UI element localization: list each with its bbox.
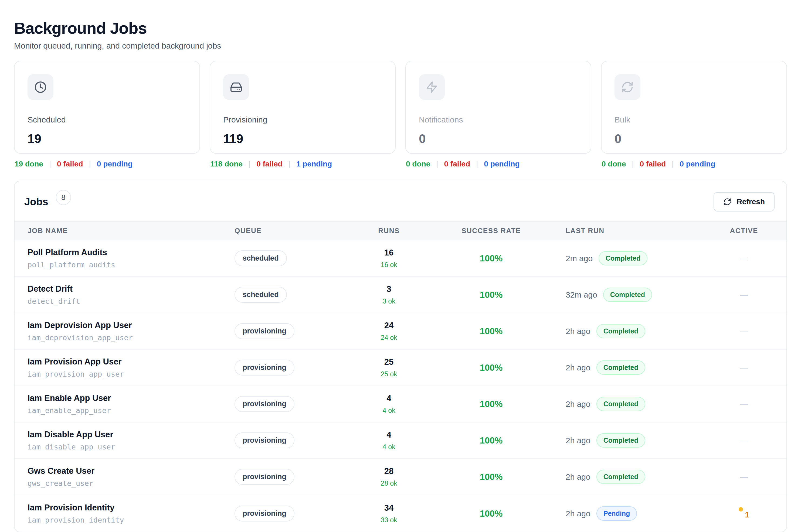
success-rate-value: 100% [480, 363, 503, 373]
queue-cell: provisioning [235, 323, 350, 339]
queue-badge: provisioning [235, 433, 295, 449]
table-row[interactable]: Iam Deprovision App User iam_deprovision… [15, 313, 786, 349]
last-run-time: 2h ago [566, 509, 591, 518]
job-key: iam_provision_app_user [27, 370, 235, 378]
table-row[interactable]: Iam Disable App User iam_disable_app_use… [15, 422, 786, 459]
success-rate-value: 100% [480, 472, 503, 482]
job-key: iam_provision_identity [27, 516, 235, 524]
jobs-table-header: JOB NAME QUEUE RUNS SUCCESS RATE LAST RU… [15, 221, 786, 240]
last-run-cell: 2h ago Completed [555, 397, 702, 411]
stat-done: 0 done [406, 160, 430, 168]
status-badge: Completed [596, 324, 645, 338]
page-title: Background Jobs [14, 19, 787, 38]
stat-done: 19 done [15, 160, 43, 168]
active-empty-dash: — [740, 472, 748, 481]
runs-count: 16 [350, 248, 428, 258]
runs-ok-count: 33 ok [350, 516, 428, 524]
active-cell: — [702, 327, 786, 336]
runs-count: 24 [350, 321, 428, 330]
refresh-icon [723, 198, 731, 206]
summary-cards: Scheduled 19 19 done | 0 failed | 0 pend… [14, 61, 787, 168]
stat-failed: 0 failed [57, 160, 83, 168]
column-header-active: ACTIVE [702, 227, 786, 235]
column-header-job-name: JOB NAME [15, 227, 235, 235]
active-cell: — [702, 400, 786, 409]
active-empty-dash: — [740, 254, 748, 263]
job-key: iam_deprovision_app_user [27, 334, 235, 342]
card-label: Scheduled [27, 115, 186, 125]
last-run-time: 2h ago [566, 436, 591, 445]
refresh-label: Refresh [737, 197, 765, 206]
stat-done: 0 done [601, 160, 626, 168]
active-count-value: 1 [745, 510, 749, 519]
runs-count: 4 [350, 430, 428, 440]
last-run-time: 2h ago [566, 400, 591, 409]
last-run-cell: 2h ago Completed [555, 324, 702, 338]
column-header-last-run: LAST RUN [555, 227, 702, 235]
jobs-count-badge: 8 [56, 190, 71, 205]
success-rate-cell: 100% [428, 509, 555, 519]
stat-separator: | [49, 160, 51, 168]
runs-cell: 34 33 ok [350, 503, 428, 524]
table-row[interactable]: Poll Platform Audits poll_platform_audit… [15, 240, 786, 277]
job-key: poll_platform_audits [27, 261, 235, 269]
stat-done: 118 done [210, 160, 243, 168]
table-row[interactable]: Iam Enable App User iam_enable_app_user … [15, 386, 786, 422]
stat-separator: | [89, 160, 91, 168]
stat-separator: | [632, 160, 634, 168]
job-name-cell: Detect Drift detect_drift [15, 284, 235, 305]
queue-cell: provisioning [235, 469, 350, 485]
refresh-button[interactable]: Refresh [713, 192, 775, 211]
stat-failed: 0 failed [640, 160, 666, 168]
job-name: Iam Deprovision App User [27, 321, 235, 330]
stat-separator: | [436, 160, 438, 168]
runs-cell: 16 16 ok [350, 248, 428, 269]
status-badge: Completed [596, 470, 645, 484]
stat-pending: 1 pending [296, 160, 332, 168]
last-run-cell: 2h ago Completed [555, 360, 702, 375]
stat-separator: | [672, 160, 674, 168]
job-name-cell: Iam Provision Identity iam_provision_ide… [15, 503, 235, 524]
stat-separator: | [288, 160, 291, 168]
card-label: Provisioning [223, 115, 382, 125]
background-jobs-page: Background Jobs Monitor queued, running,… [0, 0, 801, 532]
active-cell: — [702, 254, 786, 263]
stat-failed: 0 failed [444, 160, 470, 168]
last-run-time: 2m ago [566, 254, 593, 263]
zap-icon [419, 74, 445, 100]
job-name: Iam Enable App User [27, 393, 235, 403]
stat-pending: 0 pending [97, 160, 132, 168]
job-key: iam_enable_app_user [27, 406, 235, 415]
active-empty-dash: — [740, 363, 748, 372]
status-badge: Completed [596, 433, 645, 448]
success-rate-cell: 100% [428, 363, 555, 373]
active-count: 1 [739, 510, 749, 519]
job-name: Detect Drift [27, 284, 235, 294]
page-subtitle: Monitor queued, running, and completed b… [14, 41, 787, 51]
table-row[interactable]: Gws Create User gws_create_user provisio… [15, 459, 786, 495]
runs-ok-count: 4 ok [350, 443, 428, 451]
job-name: Iam Provision App User [27, 357, 235, 367]
success-rate-cell: 100% [428, 326, 555, 337]
column-header-success-rate: SUCCESS RATE [428, 227, 555, 235]
table-row[interactable]: Iam Provision Identity iam_provision_ide… [15, 495, 786, 532]
summary-card-notifications-group: Notifications 0 0 done | 0 failed | 0 pe… [405, 61, 591, 168]
job-name-cell: Iam Deprovision App User iam_deprovision… [15, 321, 235, 342]
table-row[interactable]: Detect Drift detect_drift scheduled 3 3 … [15, 277, 786, 313]
card-stats: 0 done | 0 failed | 0 pending [601, 160, 787, 168]
runs-count: 4 [350, 394, 428, 403]
clock-icon [27, 74, 53, 100]
job-name: Poll Platform Audits [27, 248, 235, 258]
runs-count: 3 [350, 284, 428, 294]
status-badge: Completed [596, 397, 645, 411]
runs-count: 28 [350, 467, 428, 476]
job-name-cell: Iam Enable App User iam_enable_app_user [15, 393, 235, 415]
stat-separator: | [476, 160, 478, 168]
table-row[interactable]: Iam Provision App User iam_provision_app… [15, 349, 786, 386]
success-rate-value: 100% [480, 399, 503, 409]
summary-card-scheduled-group: Scheduled 19 19 done | 0 failed | 0 pend… [14, 61, 200, 168]
column-header-queue: QUEUE [235, 227, 350, 235]
card-stats: 0 done | 0 failed | 0 pending [405, 160, 591, 168]
stat-failed: 0 failed [256, 160, 282, 168]
success-rate-cell: 100% [428, 472, 555, 482]
